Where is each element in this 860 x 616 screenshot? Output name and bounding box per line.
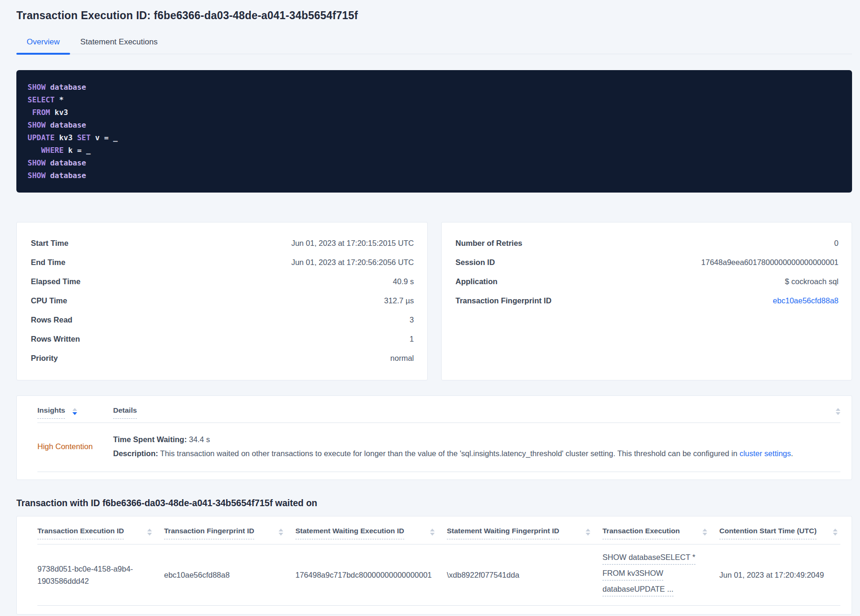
summary-card-right: Number of Retries 0 Session ID 17648a9ee…	[441, 222, 853, 380]
sort-icon[interactable]	[586, 529, 590, 536]
row-label: Transaction Fingerprint ID	[456, 296, 552, 305]
sql-keyword: UPDATE	[28, 133, 55, 142]
description-suffix: .	[791, 449, 793, 458]
sort-icon[interactable]	[430, 529, 435, 536]
page-title: Transaction Execution ID: f6be6366-da03-…	[16, 9, 852, 22]
sort-icon[interactable]	[833, 529, 838, 536]
insights-column-header[interactable]: Insights	[37, 406, 113, 419]
transaction-fingerprint-id-link[interactable]: ebc10ae56cfd88a8	[773, 296, 838, 305]
column-header-label[interactable]: Transaction Execution ID	[37, 527, 124, 539]
row-value: 17648a9eea6017800000000000000001	[701, 258, 838, 267]
sort-up-icon	[147, 529, 152, 531]
row-label: Rows Written	[31, 335, 80, 344]
sql-line: SELECT *	[28, 93, 841, 106]
sql-keyword: SHOW	[28, 171, 46, 180]
insights-table: Insights Details High Contention Time Sp…	[16, 395, 852, 480]
sort-down-icon	[430, 533, 435, 536]
row-value: 3	[409, 315, 414, 324]
cluster-settings-link[interactable]: cluster settings	[739, 449, 791, 458]
summary-row-transaction-fingerprint-id: Transaction Fingerprint ID ebc10ae56cfd8…	[456, 291, 839, 310]
sort-icon[interactable]	[147, 529, 152, 536]
row-label: Number of Retries	[456, 239, 523, 248]
sql-line: UPDATE kv3 SET v = _	[28, 131, 841, 144]
sort-down-icon	[836, 412, 840, 415]
summary-row-elapsed-time: Elapsed Time 40.9 s	[31, 272, 414, 291]
cell-transaction-execution-id: 9738d051-bc0e-4158-a9b4-1903586ddd42	[37, 563, 164, 587]
sort-up-icon	[586, 529, 590, 531]
sql-keyword: WHERE	[28, 146, 64, 155]
row-label: Start Time	[31, 239, 68, 248]
sort-up-icon	[702, 529, 707, 531]
tab-overview[interactable]: Overview	[16, 33, 70, 54]
description-text: This transaction waited on other transac…	[158, 449, 739, 458]
insights-header-label[interactable]: Insights	[37, 406, 65, 419]
column-header-transaction-execution-id[interactable]: Transaction Execution ID	[37, 527, 164, 539]
sort-icon[interactable]	[702, 529, 707, 536]
sort-up-icon	[72, 408, 77, 411]
row-value: 0	[834, 239, 838, 248]
insight-details-cell: Time Spent Waiting: 34.4 s Description: …	[113, 432, 840, 460]
row-label: End Time	[31, 258, 65, 267]
column-header-label[interactable]: Statement Waiting Execution ID	[295, 527, 404, 539]
column-header-contention-start-time[interactable]: Contention Start Time (UTC)	[719, 527, 840, 539]
summary-row-rows-written: Rows Written 1	[31, 329, 414, 349]
sort-icon[interactable]	[836, 408, 840, 415]
sql-text: kv3	[50, 108, 68, 117]
cell-contention-start-time: Jun 01, 2023 at 17:20:49:2049	[719, 569, 840, 581]
sql-line: FROM kv3	[28, 106, 841, 119]
sql-text: k = _	[64, 146, 91, 155]
sort-down-icon	[833, 533, 838, 536]
sql-line: SHOW database	[28, 81, 841, 93]
row-value: Jun 01, 2023 at 17:20:56:2056 UTC	[291, 258, 414, 267]
divider	[37, 605, 840, 606]
row-label: Rows Read	[31, 315, 72, 324]
transaction-execution-link-line[interactable]: databaseUPDATE ...	[602, 583, 674, 596]
row-value: Jun 01, 2023 at 17:20:15:2015 UTC	[291, 239, 414, 248]
summary-card-left: Start Time Jun 01, 2023 at 17:20:15:2015…	[16, 222, 428, 380]
row-label: CPU Time	[31, 296, 67, 305]
tab-statement-executions[interactable]: Statement Executions	[70, 33, 168, 54]
sql-line: WHERE k = _	[28, 144, 841, 157]
waited-on-heading: Transaction with ID f6be6366-da03-48de-a…	[16, 498, 852, 509]
column-header-label[interactable]: Contention Start Time (UTC)	[719, 527, 817, 539]
column-header-statement-waiting-fingerprint-id[interactable]: Statement Waiting Fingerprint ID	[447, 527, 602, 539]
sort-down-icon	[586, 533, 590, 536]
column-header-label[interactable]: Transaction Fingerprint ID	[164, 527, 254, 539]
column-header-transaction-fingerprint-id[interactable]: Transaction Fingerprint ID	[164, 527, 295, 539]
row-label: Session ID	[456, 258, 495, 267]
sql-keyword: SHOW	[28, 83, 46, 92]
column-header-label[interactable]: Statement Waiting Fingerprint ID	[447, 527, 559, 539]
insight-row: High Contention Time Spent Waiting: 34.4…	[37, 423, 840, 472]
row-value: $ cockroach sql	[785, 277, 838, 286]
sort-icon[interactable]	[72, 408, 77, 419]
summary-row-session-id: Session ID 17648a9eea6017800000000000000…	[456, 253, 839, 272]
sql-line: SHOW database	[28, 169, 841, 182]
column-header-statement-waiting-execution-id[interactable]: Statement Waiting Execution ID	[295, 527, 447, 539]
waited-on-table-header: Transaction Execution ID Transaction Fin…	[37, 516, 840, 544]
row-value: 40.9 s	[393, 277, 414, 286]
transaction-execution-link-line[interactable]: SHOW databaseSELECT *	[602, 551, 695, 565]
sql-text: *	[55, 95, 64, 104]
details-header-label[interactable]: Details	[113, 406, 137, 419]
column-header-transaction-execution[interactable]: Transaction Execution	[602, 527, 719, 539]
transaction-execution-link-line[interactable]: FROM kv3SHOW	[602, 567, 663, 580]
sort-up-icon	[279, 529, 283, 531]
sort-down-icon	[147, 533, 152, 536]
cell-transaction-execution[interactable]: SHOW databaseSELECT * FROM kv3SHOW datab…	[602, 551, 719, 599]
details-column-header[interactable]: Details	[113, 406, 836, 419]
cell-statement-waiting-fingerprint-id: \xdb8922f077541dda	[447, 569, 602, 581]
waited-on-table: Transaction Execution ID Transaction Fin…	[16, 516, 852, 615]
cell-transaction-fingerprint-id: ebc10ae56cfd88a8	[164, 569, 295, 581]
sql-keyword: database	[46, 83, 86, 92]
summary-cards: Start Time Jun 01, 2023 at 17:20:15:2015…	[16, 222, 852, 380]
row-label: Elapsed Time	[31, 277, 80, 286]
sort-up-icon	[836, 408, 840, 411]
sort-down-icon	[702, 533, 707, 536]
row-value: normal	[390, 354, 414, 363]
row-value: 312.7 µs	[384, 296, 414, 305]
column-header-label[interactable]: Transaction Execution	[602, 527, 680, 539]
time-spent-waiting-line: Time Spent Waiting: 34.4 s	[113, 432, 840, 446]
sort-icon[interactable]	[279, 529, 283, 536]
sql-text: kv3	[55, 133, 77, 142]
description-line: Description: This transaction waited on …	[113, 446, 840, 460]
